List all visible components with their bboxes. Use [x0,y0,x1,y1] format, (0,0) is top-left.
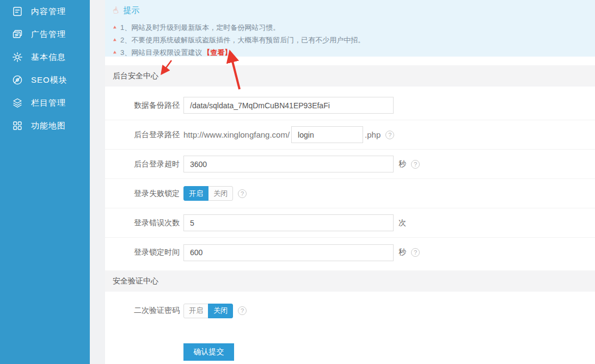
document-icon [11,5,23,17]
ad-cards-icon [11,28,23,40]
tips-item-text: 3、网站目录权限设置建议 [120,48,202,58]
help-icon[interactable]: ? [385,131,394,139]
sidebar-item-feature-map[interactable]: 功能地图 [0,114,90,137]
tips-title: 提示 [123,5,139,16]
help-icon[interactable]: ? [411,160,420,169]
toggle-on-button[interactable]: 开启 [183,304,208,318]
unit-label: 秒 [398,248,406,257]
form-row-login-timeout: 后台登录超时 秒 ? [105,150,595,179]
sidebar-item-column-mgmt[interactable]: 栏目管理 [0,91,90,114]
sidebar-item-seo-module[interactable]: SEO模块 [0,69,90,91]
sidebar-item-content-mgmt[interactable]: 内容管理 [0,0,90,23]
fail-lock-toggle: 开启 关闭 [183,186,233,201]
second-verify-toggle: 开启 关闭 [183,304,233,318]
sidebar: 内容管理 广告管理 基本信息 SEO模块 栏目管理 [0,0,90,364]
tips-item-text: 2、不要使用系统破解版或盗版插件，大概率有预留后门，已有不少用户中招。 [120,35,365,45]
grid-icon [11,120,23,132]
spacer [105,57,595,65]
url-prefix-text: http://www.xinglongfang.com/ [183,130,290,139]
form-row-backup-path: 数据备份路径 [105,91,595,120]
help-icon[interactable]: ? [411,248,420,257]
tips-list: 1、网站及时升级到最新版本，定时备份网站习惯。 2、不要使用系统破解版或盗版插件… [113,21,587,59]
pointing-hand-icon: ☝ [112,5,119,15]
sidebar-item-label: 功能地图 [31,121,66,131]
seo-link-icon [11,74,23,86]
field-label: 登录失败锁定 [105,189,180,199]
field-label: 后台登录超时 [105,159,180,169]
login-timeout-input[interactable] [183,156,394,172]
tips-header: ☝ 提示 [113,4,587,17]
bullet-arrow-icon [113,26,117,30]
tips-item-text: 1、网站及时升级到最新版本，定时备份网站习惯。 [120,23,280,33]
toggle-off-button[interactable]: 关闭 [208,304,233,318]
form-row-login-path: 后台登录路径 http://www.xinglongfang.com/ .php… [105,120,595,150]
backup-path-input[interactable] [183,97,394,114]
help-icon[interactable]: ? [238,306,247,315]
section-header-backend-security: 后台安全中心 [105,65,595,87]
sidebar-item-ad-mgmt[interactable]: 广告管理 [0,23,90,46]
gear-icon [11,51,23,63]
unit-label: 秒 [398,159,406,169]
form-rows: 二次验证密码 开启 关闭 ? [105,292,595,325]
sidebar-item-basic-info[interactable]: 基本信息 [0,46,90,69]
section-header-security-verify: 安全验证中心 [105,270,595,292]
form-row-lock-time: 登录锁定时间 秒 ? [105,238,595,267]
sidebar-content-gutter [90,0,105,364]
form-rows: 数据备份路径 后台登录路径 http://www.xinglongfang.co… [105,87,595,267]
toggle-off-button[interactable]: 关闭 [208,186,233,201]
url-suffix-text: .php [365,130,381,139]
field-label: 登录错误次数 [105,218,180,228]
field-label: 数据备份路径 [105,101,180,110]
bullet-arrow-icon [113,38,117,42]
view-link[interactable]: 【查看】 [203,48,231,58]
field-label: 后台登录路径 [105,130,180,140]
bullet-arrow-icon [113,51,117,55]
tips-item: 1、网站及时升级到最新版本，定时备份网站习惯。 [113,21,587,34]
form-row-second-verify: 二次验证密码 开启 关闭 ? [105,296,595,325]
field-label: 二次验证密码 [105,306,180,316]
sidebar-item-label: 内容管理 [31,7,66,17]
sidebar-item-label: 栏目管理 [31,98,66,108]
main-content: ☝ 提示 1、网站及时升级到最新版本，定时备份网站习惯。 2、不要使用系统破解版… [105,0,595,361]
lock-time-input[interactable] [183,244,394,261]
admin-security-settings-page: 内容管理 广告管理 基本信息 SEO模块 栏目管理 [0,0,595,364]
sidebar-item-label: 广告管理 [31,29,66,40]
submit-button[interactable]: 确认提交 [183,343,234,361]
section-title: 后台安全中心 [113,71,158,81]
tips-panel: ☝ 提示 1、网站及时升级到最新版本，定时备份网站习惯。 2、不要使用系统破解版… [105,0,595,57]
form-row-fail-lock: 登录失败锁定 开启 关闭 ? [105,179,595,208]
form-row-error-times: 登录错误次数 次 [105,208,595,238]
toggle-on-button[interactable]: 开启 [183,186,208,201]
field-label: 登录锁定时间 [105,248,180,257]
sidebar-item-label: 基本信息 [31,52,66,63]
tips-item: 2、不要使用系统破解版或盗版插件，大概率有预留后门，已有不少用户中招。 [113,34,587,46]
login-path-input[interactable] [291,126,363,143]
section-title: 安全验证中心 [113,276,158,286]
layers-icon [11,97,23,109]
error-times-input[interactable] [183,214,394,231]
sidebar-item-label: SEO模块 [31,75,68,85]
help-icon[interactable]: ? [238,189,247,198]
submit-area: 确认提交 [105,325,595,361]
unit-label: 次 [398,218,406,228]
